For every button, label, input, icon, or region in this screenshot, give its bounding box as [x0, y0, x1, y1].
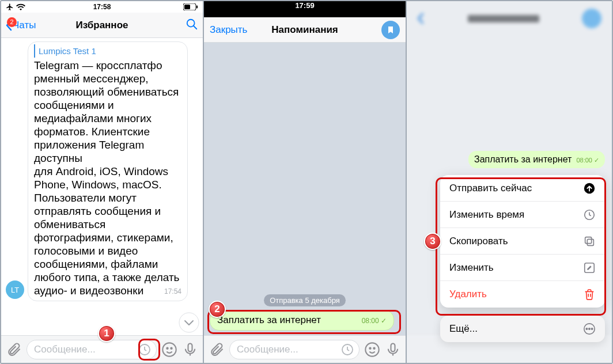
message-input[interactable]: Сообщение... — [229, 340, 360, 359]
back-button[interactable]: 2 Чаты — [6, 20, 36, 31]
composer-placeholder: Сообщение... — [237, 344, 340, 355]
scheduled-message-time: 08:00 — [576, 157, 592, 164]
bookmark-icon[interactable] — [381, 21, 400, 39]
trash-icon — [583, 288, 596, 301]
pane-saved-messages: 17:58 2 Чаты Избранное LT Lumpics Test 1… — [1, 1, 204, 363]
scroll-to-bottom-button[interactable] — [179, 312, 199, 333]
message-text: Telegram — кроссплатфо рменный мессендже… — [34, 59, 183, 297]
svg-point-22 — [589, 328, 590, 329]
menu-item-send-now[interactable]: Отправить сейчас — [440, 175, 605, 202]
statusbar-time: 17:58 — [93, 3, 111, 11]
microphone-icon[interactable] — [182, 342, 198, 358]
chat-title: Избранное — [76, 20, 128, 31]
battery-icon — [183, 3, 198, 10]
wifi-icon — [16, 3, 25, 10]
more-icon — [583, 323, 596, 335]
chat-navbar: 2 Чаты Избранное — [1, 13, 203, 38]
microphone-icon[interactable] — [385, 342, 401, 358]
reminders-navbar: Закрыть Напоминания — [204, 17, 406, 43]
clock-icon[interactable] — [340, 343, 354, 357]
incoming-message-bubble[interactable]: Lumpics Test 1 Telegram — кроссплатфо рм… — [28, 41, 188, 301]
forwarded-from-label: Lumpics Test 1 — [34, 44, 181, 58]
blurred-navbar — [407, 1, 612, 36]
svg-point-7 — [167, 347, 168, 348]
svg-point-6 — [162, 343, 176, 356]
send-now-icon — [583, 182, 596, 195]
menu-item-delete[interactable]: Удалить — [440, 281, 605, 308]
svg-point-21 — [586, 328, 587, 329]
avatar[interactable]: LT — [6, 280, 24, 299]
unread-badge: 2 — [7, 17, 17, 27]
scheduled-message-time: 08:00 — [362, 317, 379, 325]
more-button[interactable]: Ещё... — [440, 316, 605, 342]
scheduled-message-bubble[interactable]: Заплатить за интернет 08:00 ✓ — [210, 310, 394, 331]
step-badge-3: 3 — [424, 233, 441, 250]
message-composer: Сообщение... — [204, 335, 406, 363]
context-menu: Отправить сейчас Изменить время Скопиров… — [440, 175, 605, 308]
status-bar: 17:58 — [1, 1, 203, 13]
scheduled-message-text: Заплатить за интернет — [474, 154, 572, 165]
message-time: 17:54 — [164, 285, 181, 298]
svg-point-8 — [171, 347, 172, 348]
menu-item-reschedule[interactable]: Изменить время — [440, 202, 605, 228]
svg-rect-17 — [587, 239, 593, 245]
step-badge-2: 2 — [209, 301, 226, 318]
pane-reminders: 17:59 Закрыть Напоминания Отправка 5 дек… — [204, 1, 407, 363]
svg-point-13 — [373, 347, 374, 348]
reminders-body[interactable]: Отправка 5 декабря Заплатить за интернет… — [204, 43, 406, 335]
svg-rect-9 — [188, 343, 192, 351]
copy-icon — [583, 235, 596, 248]
statusbar-time: 17:59 — [295, 1, 314, 10]
scheduled-message-bubble[interactable]: Заплатить за интернет 08:00 ✓ — [468, 151, 605, 168]
menu-item-edit[interactable]: Изменить — [440, 255, 605, 281]
scheduled-date-pill: Отправка 5 декабря — [264, 294, 346, 306]
clock-icon[interactable] — [138, 343, 152, 357]
svg-rect-14 — [391, 343, 395, 351]
attach-icon[interactable] — [6, 342, 22, 358]
clock-icon — [583, 208, 596, 221]
step-badge-1: 1 — [98, 325, 115, 342]
svg-point-12 — [369, 347, 370, 348]
reminders-title: Напоминания — [271, 24, 338, 36]
svg-rect-2 — [196, 6, 198, 9]
svg-point-4 — [179, 313, 199, 332]
airplane-mode-icon — [6, 3, 14, 11]
svg-rect-18 — [585, 237, 592, 243]
search-button[interactable] — [186, 18, 198, 33]
message-input[interactable]: Сообщение... — [27, 340, 157, 359]
menu-item-copy[interactable]: Скопировать — [440, 228, 605, 255]
pane-context-menu: Заплатить за интернет 08:00 ✓ Отправить … — [407, 1, 612, 363]
chat-messages-area[interactable]: LT Lumpics Test 1 Telegram — кроссплатфо… — [1, 38, 203, 335]
svg-point-23 — [591, 328, 592, 329]
scheduled-message-text: Заплатить за интернет — [217, 314, 356, 326]
edit-icon — [583, 261, 596, 274]
composer-placeholder: Сообщение... — [34, 344, 138, 355]
attach-icon[interactable] — [209, 342, 225, 358]
svg-rect-1 — [184, 5, 190, 9]
svg-point-11 — [365, 343, 379, 356]
sticker-icon[interactable] — [161, 342, 177, 358]
sticker-icon[interactable] — [364, 342, 380, 358]
close-button[interactable]: Закрыть — [210, 24, 247, 36]
